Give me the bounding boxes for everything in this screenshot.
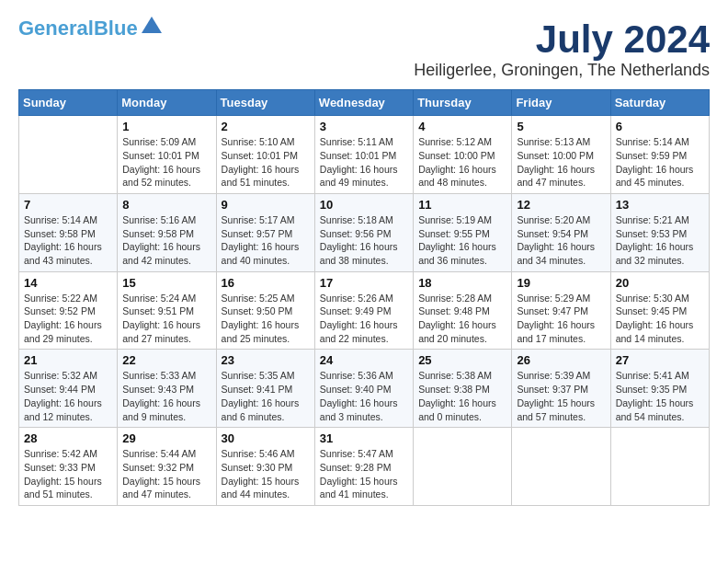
day-number: 17 [320,276,408,290]
day-number: 11 [418,198,506,212]
day-info: Sunrise: 5:32 AMSunset: 9:44 PMDaylight:… [24,369,112,423]
table-cell: 17Sunrise: 5:26 AMSunset: 9:49 PMDayligh… [314,271,413,350]
calendar-table: Sunday Monday Tuesday Wednesday Thursday… [18,89,710,506]
table-cell: 26Sunrise: 5:39 AMSunset: 9:37 PMDayligh… [512,350,610,428]
table-cell: 23Sunrise: 5:35 AMSunset: 9:41 PMDayligh… [216,350,314,428]
day-number: 25 [418,353,506,367]
day-number: 1 [122,120,210,133]
header-tuesday: Tuesday [216,90,314,116]
day-number: 9 [222,198,310,212]
day-info: Sunrise: 5:24 AMSunset: 9:51 PMDaylight:… [122,292,210,346]
table-cell: 30Sunrise: 5:46 AMSunset: 9:30 PMDayligh… [216,428,314,506]
table-cell: 16Sunrise: 5:25 AMSunset: 9:50 PMDayligh… [216,271,314,350]
header-sunday: Sunday [19,90,118,116]
day-number: 3 [320,120,408,133]
calendar-header-row: Sunday Monday Tuesday Wednesday Thursday… [19,90,710,116]
day-info: Sunrise: 5:21 AMSunset: 9:53 PMDaylight:… [616,213,704,268]
day-info: Sunrise: 5:13 AMSunset: 10:00 PMDaylight… [517,135,605,190]
table-cell: 4Sunrise: 5:12 AMSunset: 10:00 PMDayligh… [414,116,512,194]
day-info: Sunrise: 5:11 AMSunset: 10:01 PMDaylight… [320,135,408,190]
logo: GeneralBlue [18,18,162,39]
day-number: 31 [320,431,408,445]
day-number: 21 [24,353,112,367]
table-cell: 8Sunrise: 5:16 AMSunset: 9:58 PMDaylight… [118,193,216,271]
day-number: 16 [222,276,310,290]
table-cell: 15Sunrise: 5:24 AMSunset: 9:51 PMDayligh… [118,271,216,350]
table-cell: 12Sunrise: 5:20 AMSunset: 9:54 PMDayligh… [512,193,610,271]
day-info: Sunrise: 5:19 AMSunset: 9:55 PMDaylight:… [418,213,506,268]
title-area: July 2024 Heiligerlee, Groningen, The Ne… [414,18,710,80]
day-info: Sunrise: 5:38 AMSunset: 9:38 PMDaylight:… [418,369,506,423]
table-cell [512,428,610,506]
day-number: 28 [24,431,112,445]
day-number: 14 [24,276,112,290]
day-number: 2 [222,120,310,133]
table-cell: 18Sunrise: 5:28 AMSunset: 9:48 PMDayligh… [414,271,512,350]
day-number: 7 [24,198,112,212]
day-number: 24 [320,353,408,367]
day-number: 26 [517,353,605,367]
table-cell [19,116,118,194]
day-info: Sunrise: 5:44 AMSunset: 9:32 PMDaylight:… [122,447,210,501]
table-cell [414,428,512,506]
table-cell: 19Sunrise: 5:29 AMSunset: 9:47 PMDayligh… [512,271,610,350]
day-number: 6 [616,120,704,133]
table-cell [610,428,709,506]
day-info: Sunrise: 5:47 AMSunset: 9:28 PMDaylight:… [320,447,408,501]
table-cell: 20Sunrise: 5:30 AMSunset: 9:45 PMDayligh… [610,271,709,350]
calendar-week-1: 1Sunrise: 5:09 AMSunset: 10:01 PMDayligh… [19,116,710,194]
day-number: 13 [616,198,704,212]
header-friday: Friday [512,90,610,116]
logo-icon [142,17,162,33]
table-cell: 29Sunrise: 5:44 AMSunset: 9:32 PMDayligh… [118,428,216,506]
day-number: 20 [616,276,704,290]
day-number: 30 [222,431,310,445]
day-info: Sunrise: 5:12 AMSunset: 10:00 PMDaylight… [418,135,506,190]
day-number: 12 [517,198,605,212]
day-number: 10 [320,198,408,212]
calendar-week-4: 21Sunrise: 5:32 AMSunset: 9:44 PMDayligh… [19,350,710,428]
table-cell: 6Sunrise: 5:14 AMSunset: 9:59 PMDaylight… [610,116,709,194]
table-cell: 31Sunrise: 5:47 AMSunset: 9:28 PMDayligh… [314,428,413,506]
header-saturday: Saturday [610,90,709,116]
header-monday: Monday [118,90,216,116]
table-cell: 21Sunrise: 5:32 AMSunset: 9:44 PMDayligh… [19,350,118,428]
table-cell: 1Sunrise: 5:09 AMSunset: 10:01 PMDayligh… [118,116,216,194]
day-info: Sunrise: 5:42 AMSunset: 9:33 PMDaylight:… [24,447,112,501]
table-cell: 22Sunrise: 5:33 AMSunset: 9:43 PMDayligh… [118,350,216,428]
day-info: Sunrise: 5:18 AMSunset: 9:56 PMDaylight:… [320,213,408,268]
header-wednesday: Wednesday [314,90,413,116]
day-info: Sunrise: 5:30 AMSunset: 9:45 PMDaylight:… [616,292,704,346]
day-number: 23 [222,353,310,367]
table-cell: 13Sunrise: 5:21 AMSunset: 9:53 PMDayligh… [610,193,709,271]
day-info: Sunrise: 5:36 AMSunset: 9:40 PMDaylight:… [320,369,408,423]
header-thursday: Thursday [414,90,512,116]
day-info: Sunrise: 5:20 AMSunset: 9:54 PMDaylight:… [517,213,605,268]
table-cell: 24Sunrise: 5:36 AMSunset: 9:40 PMDayligh… [314,350,413,428]
day-info: Sunrise: 5:28 AMSunset: 9:48 PMDaylight:… [418,292,506,346]
day-info: Sunrise: 5:29 AMSunset: 9:47 PMDaylight:… [517,292,605,346]
table-cell: 14Sunrise: 5:22 AMSunset: 9:52 PMDayligh… [19,271,118,350]
calendar-week-3: 14Sunrise: 5:22 AMSunset: 9:52 PMDayligh… [19,271,710,350]
day-info: Sunrise: 5:16 AMSunset: 9:58 PMDaylight:… [122,213,210,268]
day-info: Sunrise: 5:14 AMSunset: 9:59 PMDaylight:… [616,135,704,190]
day-number: 19 [517,276,605,290]
page-header: GeneralBlue July 2024 Heiligerlee, Groni… [18,18,710,80]
day-number: 5 [517,120,605,133]
day-info: Sunrise: 5:39 AMSunset: 9:37 PMDaylight:… [517,369,605,423]
day-info: Sunrise: 5:10 AMSunset: 10:01 PMDaylight… [222,135,310,190]
day-info: Sunrise: 5:22 AMSunset: 9:52 PMDaylight:… [24,292,112,346]
day-info: Sunrise: 5:26 AMSunset: 9:49 PMDaylight:… [320,292,408,346]
day-number: 22 [122,353,210,367]
table-cell: 2Sunrise: 5:10 AMSunset: 10:01 PMDayligh… [216,116,314,194]
day-info: Sunrise: 5:46 AMSunset: 9:30 PMDaylight:… [222,447,310,501]
day-number: 8 [122,198,210,212]
calendar-week-5: 28Sunrise: 5:42 AMSunset: 9:33 PMDayligh… [19,428,710,506]
day-info: Sunrise: 5:17 AMSunset: 9:57 PMDaylight:… [222,213,310,268]
table-cell: 3Sunrise: 5:11 AMSunset: 10:01 PMDayligh… [314,116,413,194]
table-cell: 10Sunrise: 5:18 AMSunset: 9:56 PMDayligh… [314,193,413,271]
calendar-week-2: 7Sunrise: 5:14 AMSunset: 9:58 PMDaylight… [19,193,710,271]
table-cell: 11Sunrise: 5:19 AMSunset: 9:55 PMDayligh… [414,193,512,271]
day-number: 29 [122,431,210,445]
table-cell: 27Sunrise: 5:41 AMSunset: 9:35 PMDayligh… [610,350,709,428]
